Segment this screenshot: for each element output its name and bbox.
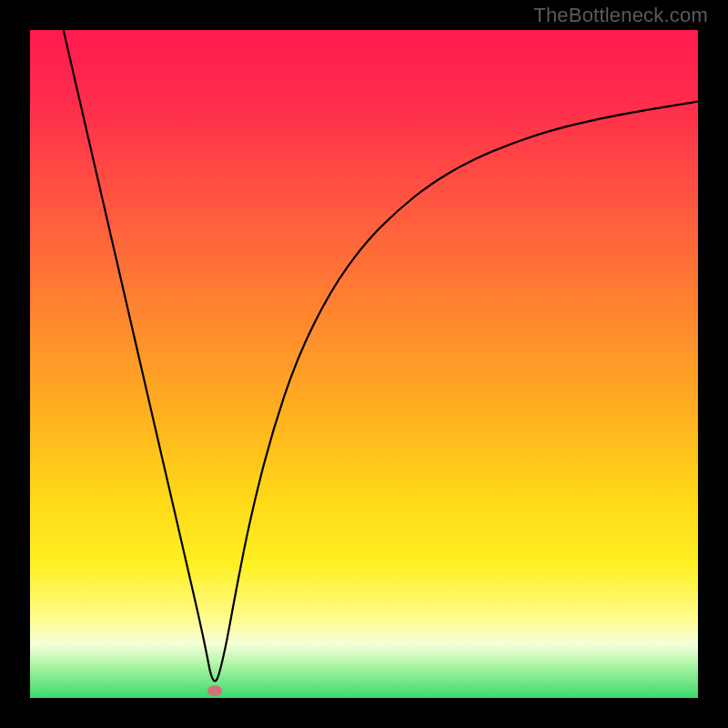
minimum-marker [207,685,222,696]
bottleneck-curve [64,30,698,681]
curve-svg [30,30,698,698]
chart-frame: TheBottleneck.com [0,0,728,728]
attribution-label: TheBottleneck.com [533,4,708,27]
